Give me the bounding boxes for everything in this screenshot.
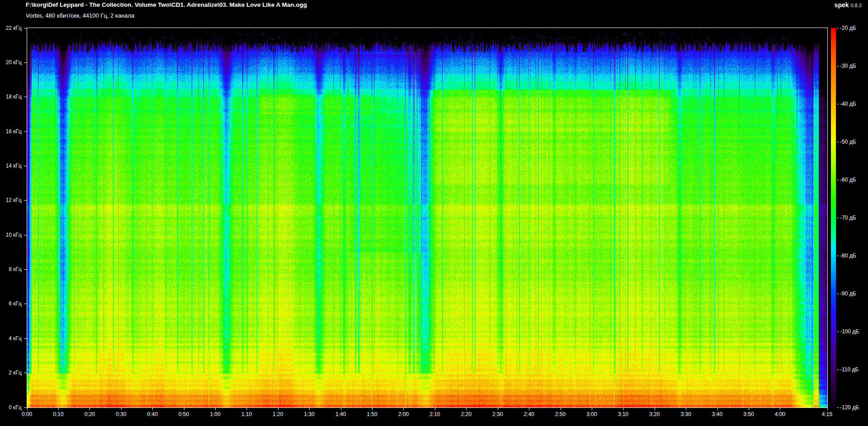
time-tick xyxy=(184,408,184,410)
time-tick xyxy=(121,408,122,410)
time-tick-label: 1:30 xyxy=(296,411,323,417)
db-tick xyxy=(837,142,839,142)
time-tick-label: 1:10 xyxy=(233,411,260,417)
time-tick-label: 2:30 xyxy=(484,411,511,417)
time-tick-label: 4:15 xyxy=(814,411,841,417)
time-tick xyxy=(780,408,780,410)
time-tick xyxy=(592,408,592,410)
freq-tick-label: 22 кГц xyxy=(0,25,22,31)
freq-tick xyxy=(24,269,27,270)
db-tick-label: -100 дБ xyxy=(840,328,859,335)
spectrogram-canvas xyxy=(27,28,827,407)
db-tick xyxy=(837,407,839,408)
time-tick xyxy=(623,408,623,410)
db-tick xyxy=(837,294,839,294)
time-tick xyxy=(827,408,828,410)
freq-tick-label: 6 кГц xyxy=(0,300,22,307)
time-tick-label: 0:50 xyxy=(170,411,198,417)
time-tick-label: 0:10 xyxy=(45,411,72,417)
time-tick xyxy=(246,408,247,410)
freq-tick xyxy=(24,28,27,28)
db-tick xyxy=(837,218,839,218)
freq-tick xyxy=(24,97,27,97)
db-tick-label: -50 дБ xyxy=(840,139,856,145)
freq-tick-label: 4 кГц xyxy=(0,335,22,342)
freq-tick xyxy=(24,373,27,373)
freq-tick-label: 14 кГц xyxy=(0,163,22,169)
db-tick xyxy=(837,28,839,28)
time-tick-label: 1:00 xyxy=(202,411,229,417)
app-brand: spek0.8.2 xyxy=(835,1,862,9)
time-tick xyxy=(466,408,467,410)
time-tick xyxy=(309,408,310,410)
freq-tick xyxy=(24,304,27,304)
freq-tick xyxy=(24,166,27,166)
db-tick-label: -80 дБ xyxy=(840,253,856,259)
time-tick xyxy=(215,408,216,410)
time-tick-label: 1:40 xyxy=(327,411,354,417)
freq-tick xyxy=(24,338,27,339)
db-tick xyxy=(837,104,839,104)
time-tick xyxy=(341,408,341,410)
freq-tick-label: 0 кГц xyxy=(0,404,22,411)
app-version: 0.8.2 xyxy=(851,3,862,8)
time-tick-label: 0:40 xyxy=(139,411,166,417)
db-tick xyxy=(837,332,839,332)
time-tick xyxy=(498,408,498,410)
db-tick xyxy=(837,180,839,180)
time-tick xyxy=(561,408,561,410)
stream-info: Vorbis, 480 кбит/сек, 44100 Гц, 2 канала xyxy=(26,12,134,19)
time-tick-label: 0:20 xyxy=(76,411,103,417)
time-tick-label: 2:50 xyxy=(547,411,574,417)
time-tick xyxy=(435,408,435,410)
time-tick xyxy=(403,408,404,410)
db-tick-label: -70 дБ xyxy=(840,215,856,221)
db-tick-label: -30 дБ xyxy=(840,63,856,69)
time-tick-label: 1:50 xyxy=(359,411,386,417)
freq-tick-label: 18 кГц xyxy=(0,94,22,100)
time-tick-label: 3:20 xyxy=(641,411,668,417)
time-tick xyxy=(749,408,749,410)
freq-tick xyxy=(24,200,27,201)
db-tick-label: -60 дБ xyxy=(840,177,856,183)
time-tick-label: 1:20 xyxy=(264,411,292,417)
freq-tick xyxy=(24,62,27,63)
time-tick-label: 3:00 xyxy=(578,411,605,417)
db-tick-label: -20 дБ xyxy=(840,25,856,31)
freq-tick xyxy=(24,131,27,132)
db-tick xyxy=(837,370,839,370)
time-tick xyxy=(655,408,655,410)
file-path-title: F:\korg\Def Leppard - The Collection. Vo… xyxy=(26,1,307,8)
db-tick xyxy=(837,66,839,66)
time-tick xyxy=(27,408,28,410)
time-tick-label: 0:00 xyxy=(14,411,41,417)
db-tick-label: -90 дБ xyxy=(840,290,856,297)
time-tick xyxy=(58,408,59,410)
time-tick-label: 2:20 xyxy=(453,411,480,417)
time-tick xyxy=(152,408,153,410)
freq-tick xyxy=(24,235,27,235)
freq-tick-label: 2 кГц xyxy=(0,370,22,376)
time-tick xyxy=(372,408,373,410)
time-tick xyxy=(90,408,90,410)
time-tick-label: 3:50 xyxy=(735,411,762,417)
db-tick-label: -120 дБ xyxy=(840,404,859,411)
freq-tick-label: 16 кГц xyxy=(0,128,22,135)
db-tick-label: -110 дБ xyxy=(840,366,859,373)
db-tick xyxy=(837,256,839,256)
spek-window: F:\korg\Def Leppard - The Collection. Vo… xyxy=(0,0,868,426)
freq-tick-label: 12 кГц xyxy=(0,197,22,203)
freq-tick-label: 10 кГц xyxy=(0,232,22,238)
time-tick xyxy=(717,408,718,410)
freq-tick xyxy=(24,407,27,408)
time-tick-label: 3:10 xyxy=(609,411,637,417)
time-tick-label: 0:30 xyxy=(108,411,135,417)
freq-tick-label: 20 кГц xyxy=(0,59,22,66)
time-tick-label: 2:10 xyxy=(421,411,448,417)
db-tick-label: -40 дБ xyxy=(840,101,856,107)
time-tick-label: 3:40 xyxy=(704,411,731,417)
time-tick-label: 4:00 xyxy=(766,411,793,417)
spectrogram-plot xyxy=(27,28,828,408)
time-tick-label: 2:00 xyxy=(390,411,417,417)
legend-gradient-bar xyxy=(831,28,836,407)
